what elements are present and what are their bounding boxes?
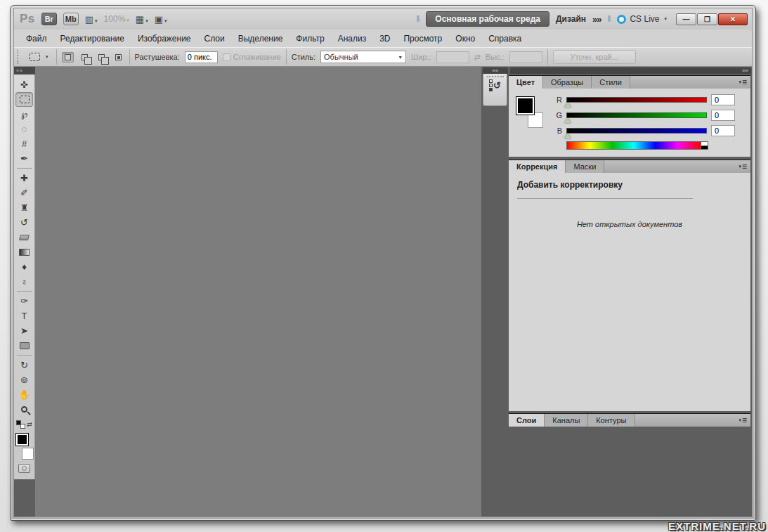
- slider-thumb[interactable]: [564, 103, 571, 108]
- orbit-3d-tool[interactable]: ⊚: [15, 372, 33, 387]
- width-input[interactable]: [436, 51, 469, 63]
- menu-window[interactable]: Окно: [449, 31, 481, 46]
- menu-filter[interactable]: Фильтр: [289, 31, 330, 46]
- style-dropdown[interactable]: Обычный ▼: [320, 51, 406, 63]
- tab-layers[interactable]: Слои: [509, 414, 545, 427]
- collapse-panels-button[interactable]: ««: [483, 67, 508, 74]
- antialias-label: Сглаживание: [233, 53, 281, 61]
- tab-paths[interactable]: Контуры: [588, 414, 634, 427]
- layers-tabbar: Слои Каналы Контуры ▾ ≡: [509, 413, 750, 427]
- menu-analysis[interactable]: Анализ: [332, 31, 373, 46]
- workspace-overflow-button[interactable]: »»: [592, 14, 601, 25]
- tools-panel: ✜ ℘ ◌ # ✒ ✚ ✐ ♜ ↺ ♦ ♁: [14, 74, 35, 479]
- foreground-color-swatch[interactable]: [15, 433, 29, 446]
- type-tool[interactable]: T: [15, 309, 33, 323]
- screen-mode-button[interactable]: ▣▾: [155, 14, 167, 25]
- gradient-tool[interactable]: [15, 245, 33, 259]
- menu-image[interactable]: Изображение: [131, 31, 197, 46]
- adjustments-panel-menu-button[interactable]: ▾ ≡: [738, 160, 750, 173]
- divider: [517, 198, 693, 199]
- menu-edit[interactable]: Редактирование: [54, 31, 131, 46]
- menu-select[interactable]: Выделение: [232, 31, 289, 46]
- tools-expand-button[interactable]: »»: [14, 67, 35, 74]
- tab-channels[interactable]: Каналы: [545, 414, 588, 427]
- restore-button[interactable]: ❐: [697, 13, 717, 25]
- rectangular-marquee-tool[interactable]: [15, 92, 33, 107]
- path-selection-tool[interactable]: ➤: [15, 323, 33, 338]
- green-channel-value[interactable]: [711, 110, 735, 121]
- crop-tool[interactable]: #: [15, 136, 33, 151]
- eraser-tool[interactable]: [15, 230, 33, 245]
- subtract-selection-button[interactable]: [96, 52, 108, 63]
- workspace-button-active[interactable]: Основная рабочая среда: [426, 11, 549, 27]
- view-extras-button[interactable]: ▥▾: [85, 14, 98, 25]
- arrange-documents-button[interactable]: ▦▾: [136, 14, 148, 25]
- hand-tool[interactable]: ✋: [15, 387, 33, 402]
- red-channel-slider[interactable]: [566, 97, 707, 103]
- expand-panels-button[interactable]: »»: [510, 67, 751, 74]
- intersect-selection-button[interactable]: [112, 52, 124, 63]
- style-label: Стиль:: [292, 53, 315, 61]
- color-ramp-ends[interactable]: [701, 141, 708, 150]
- tab-styles[interactable]: Стили: [592, 76, 630, 89]
- tab-swatches[interactable]: Образцы: [543, 76, 592, 89]
- menu-help[interactable]: Справка: [482, 31, 528, 46]
- lasso-tool[interactable]: ℘: [15, 107, 33, 122]
- move-tool[interactable]: ✜: [15, 77, 33, 92]
- slider-thumb[interactable]: [564, 134, 571, 138]
- panel-foreground-swatch[interactable]: [516, 96, 535, 115]
- tab-masks[interactable]: Маски: [566, 160, 604, 173]
- zoom-level-button[interactable]: 100%▾: [104, 14, 129, 24]
- zoom-icon: [21, 406, 27, 413]
- height-input[interactable]: [509, 51, 542, 63]
- rotate-3d-tool[interactable]: ↻: [15, 358, 33, 372]
- tab-color[interactable]: Цвет: [509, 76, 543, 89]
- feather-input[interactable]: [185, 51, 218, 63]
- close-button[interactable]: ✕: [718, 13, 748, 25]
- blue-channel-slider[interactable]: [566, 128, 707, 134]
- menu-view[interactable]: Просмотр: [397, 31, 448, 46]
- menu-3d[interactable]: 3D: [373, 31, 396, 46]
- launch-minibridge-button[interactable]: Mb: [63, 13, 79, 25]
- workspace-button-design[interactable]: Дизайн: [556, 14, 586, 24]
- shape-tool[interactable]: [15, 338, 33, 353]
- add-selection-button[interactable]: [79, 52, 91, 63]
- intersect-selection-icon: [115, 54, 122, 60]
- tool-preset-picker[interactable]: ▾: [27, 51, 51, 63]
- pen-tool[interactable]: ✑: [15, 294, 33, 309]
- launch-bridge-button[interactable]: Br: [41, 13, 57, 25]
- clone-stamp-tool[interactable]: ♜: [15, 200, 33, 215]
- swap-colors-icon: ⇄: [27, 421, 32, 428]
- refine-edge-button[interactable]: Уточн. край...: [553, 50, 636, 64]
- color-ramp[interactable]: [566, 141, 701, 150]
- blue-channel-value[interactable]: [711, 125, 735, 136]
- brush-tool[interactable]: ✐: [15, 186, 33, 200]
- minimize-button[interactable]: —: [676, 13, 696, 25]
- background-color-swatch[interactable]: [22, 448, 34, 460]
- dock-body: ↺ Цвет Образцы Стили: [481, 74, 752, 517]
- cs-live-button[interactable]: CS Live ▾: [617, 14, 667, 24]
- history-panel-button[interactable]: ↺: [483, 74, 507, 106]
- healing-brush-tool[interactable]: ✚: [15, 171, 33, 186]
- dodge-tool[interactable]: ♁: [15, 274, 33, 289]
- swap-dimensions-icon[interactable]: ⇄: [474, 53, 481, 62]
- menu-layers[interactable]: Слои: [198, 31, 231, 46]
- slider-thumb[interactable]: [564, 118, 571, 123]
- new-selection-button[interactable]: [62, 52, 74, 63]
- tab-adjustments[interactable]: Коррекция: [509, 160, 566, 173]
- menu-file[interactable]: Файл: [20, 31, 53, 46]
- foreground-background-swatches[interactable]: [15, 433, 34, 460]
- green-channel-slider[interactable]: [566, 112, 707, 118]
- eyedropper-tool[interactable]: ✒: [15, 151, 33, 166]
- tool-separator: [17, 291, 32, 292]
- history-brush-tool[interactable]: ↺: [15, 215, 33, 230]
- blur-tool[interactable]: ♦: [15, 259, 33, 274]
- color-panel-menu-button[interactable]: ▾ ≡: [738, 76, 750, 89]
- red-channel-value[interactable]: [711, 94, 735, 105]
- antialias-checkbox[interactable]: [223, 53, 230, 61]
- default-swap-colors[interactable]: ⇄: [15, 417, 33, 432]
- zoom-tool[interactable]: [15, 402, 33, 417]
- layers-panel-menu-button[interactable]: ▾ ≡: [738, 414, 750, 427]
- quick-mask-button[interactable]: [15, 461, 33, 476]
- quick-selection-tool[interactable]: ◌: [15, 122, 33, 136]
